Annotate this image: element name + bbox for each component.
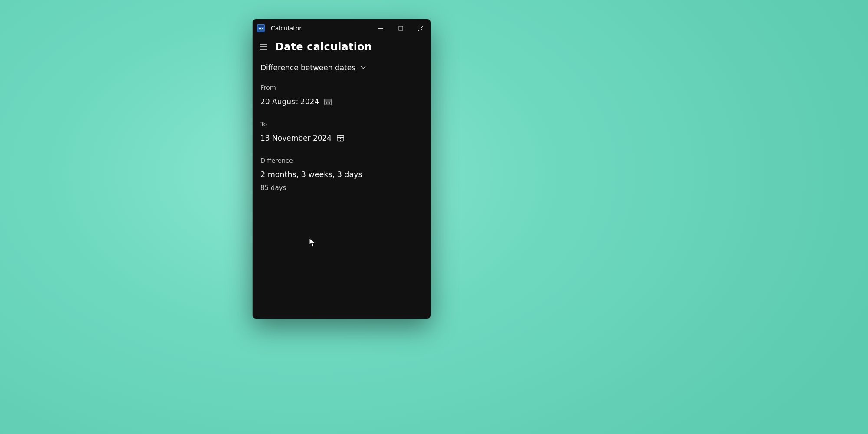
to-date-picker[interactable]: 13 November 2024 [260, 134, 423, 142]
difference-secondary: 85 days [260, 184, 423, 192]
nav-menu-button[interactable] [258, 41, 269, 53]
svg-point-4 [329, 102, 330, 103]
window-controls [371, 19, 431, 37]
svg-point-10 [340, 138, 341, 139]
difference-result: Difference 2 months, 3 weeks, 3 days 85 … [260, 157, 423, 192]
content-area: Difference between dates From 20 August … [253, 56, 431, 192]
chevron-down-icon [361, 66, 366, 69]
mode-selected-label: Difference between dates [260, 63, 355, 72]
svg-point-11 [342, 138, 342, 139]
difference-label: Difference [260, 157, 423, 164]
difference-primary: 2 months, 3 weeks, 3 days [260, 170, 423, 179]
mode-dropdown[interactable]: Difference between dates [260, 63, 423, 72]
page-title: Date calculation [275, 41, 372, 53]
svg-point-6 [328, 103, 329, 104]
svg-point-5 [326, 103, 327, 104]
svg-rect-0 [399, 26, 403, 30]
svg-point-9 [339, 138, 339, 139]
from-label: From [260, 84, 423, 91]
maximize-button[interactable] [391, 19, 411, 37]
to-label: To [260, 121, 423, 128]
titlebar[interactable]: Calculator [253, 19, 431, 37]
from-date-picker[interactable]: 20 August 2024 [260, 97, 423, 106]
svg-point-12 [339, 140, 339, 141]
svg-point-3 [328, 102, 329, 103]
calculator-icon [257, 24, 265, 32]
close-button[interactable] [411, 19, 431, 37]
app-title: Calculator [271, 25, 302, 32]
minimize-icon [378, 26, 383, 31]
svg-point-2 [326, 102, 327, 103]
from-date-value: 20 August 2024 [260, 97, 319, 106]
maximize-icon [398, 26, 403, 31]
minimize-button[interactable] [371, 19, 391, 37]
calendar-icon [337, 135, 344, 142]
svg-point-13 [340, 140, 341, 141]
calendar-icon [324, 98, 332, 105]
to-date-value: 13 November 2024 [260, 134, 332, 142]
svg-point-14 [342, 140, 342, 141]
svg-point-7 [329, 103, 330, 104]
close-icon [418, 26, 423, 31]
calculator-window: Calculator Date calculation Difference b… [253, 19, 431, 319]
hamburger-icon [260, 44, 267, 50]
page-header: Date calculation [253, 37, 431, 56]
